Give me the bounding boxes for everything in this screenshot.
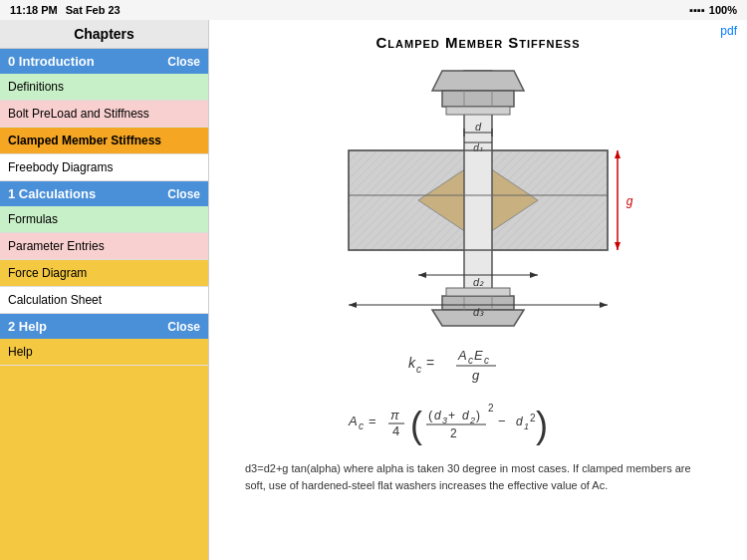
sidebar-footer-space [0, 366, 208, 560]
bolt-diagram-container: d d₁ d₂ d₃ g [229, 61, 727, 330]
svg-text:2: 2 [488, 403, 494, 414]
bolt-diagram-svg: d d₁ d₂ d₃ g [289, 61, 667, 330]
chapter-1-label: 1 Calculations [8, 186, 96, 201]
svg-text:π: π [390, 408, 399, 422]
app-container: Chapters 0 Introduction Close Definition… [0, 20, 747, 560]
sidebar-item-parameter-entries[interactable]: Parameter Entries [0, 233, 208, 260]
svg-text:=: = [426, 355, 434, 371]
svg-text:c: c [484, 355, 489, 366]
svg-text:d₃: d₃ [473, 306, 484, 318]
svg-text:d: d [516, 415, 523, 428]
svg-text:d: d [462, 409, 469, 422]
svg-text:E: E [474, 348, 483, 363]
chapter-1-close[interactable]: Close [167, 187, 200, 201]
sidebar-item-force-diagram[interactable]: Force Diagram [0, 260, 208, 287]
svg-rect-7 [442, 91, 514, 107]
svg-text:c: c [359, 420, 364, 431]
sidebar: Chapters 0 Introduction Close Definition… [0, 20, 209, 560]
chapter-0-close[interactable]: Close [167, 55, 200, 69]
svg-marker-32 [615, 150, 621, 158]
battery-display: 100% [709, 4, 737, 16]
svg-marker-24 [418, 272, 426, 278]
svg-text:d₂: d₂ [473, 276, 484, 288]
page-title: Clamped Member Stiffness [229, 34, 727, 51]
svg-text:A: A [348, 414, 358, 428]
svg-text:d: d [475, 121, 482, 133]
sidebar-item-formulas[interactable]: Formulas [0, 206, 208, 233]
svg-marker-6 [432, 71, 524, 91]
svg-text:−: − [498, 414, 506, 428]
sidebar-header: Chapters [0, 20, 208, 49]
status-right: ▪▪▪▪ 100% [689, 4, 737, 16]
chapter-2-close[interactable]: Close [167, 320, 200, 334]
svg-text:2: 2 [450, 426, 457, 440]
pdf-link[interactable]: pdf [720, 24, 737, 38]
date-display: Sat Feb 23 [66, 4, 121, 16]
time-display: 11:18 PM [10, 4, 58, 16]
svg-text:=: = [369, 414, 376, 428]
svg-text:): ) [476, 409, 480, 422]
sidebar-item-calculation-sheet[interactable]: Calculation Sheet [0, 287, 208, 314]
sidebar-item-help[interactable]: Help [0, 339, 208, 366]
svg-marker-29 [600, 302, 608, 308]
sidebar-item-definitions[interactable]: Definitions [0, 74, 208, 101]
chapter-1-header[interactable]: 1 Calculations Close [0, 181, 208, 206]
signal-icon: ▪▪▪▪ [689, 4, 705, 16]
svg-text:+: + [448, 409, 455, 422]
description-text: d3=d2+g tan(alpha) where alpha is taken … [245, 460, 711, 493]
svg-marker-28 [349, 302, 357, 308]
chapter-2-label: 2 Help [8, 319, 47, 334]
status-left: 11:18 PM Sat Feb 23 [10, 4, 121, 16]
formula-ac-svg: A c = π 4 ( ( d 3 + d 2 ) 2 2 [339, 388, 618, 452]
svg-text:A: A [457, 348, 467, 363]
svg-rect-15 [446, 288, 510, 296]
formula-kc-svg: k c = A c E c g [388, 338, 568, 388]
svg-text:c: c [468, 355, 473, 366]
svg-text:(: ( [428, 408, 433, 422]
svg-text:d: d [434, 409, 441, 422]
svg-text:): ) [536, 405, 548, 445]
formula-section: k c = A c E c g A c = π 4 ( [229, 338, 727, 452]
sidebar-item-clamped-member[interactable]: Clamped Member Stiffness [0, 128, 208, 154]
chapter-0-label: 0 Introduction [8, 54, 95, 69]
chapter-0-header[interactable]: 0 Introduction Close [0, 49, 208, 74]
svg-text:k: k [408, 355, 416, 371]
svg-text:c: c [416, 364, 421, 375]
svg-rect-14 [446, 107, 510, 115]
svg-marker-25 [530, 272, 538, 278]
svg-text:d₁: d₁ [473, 142, 483, 153]
svg-text:4: 4 [392, 423, 399, 438]
svg-text:1: 1 [524, 421, 529, 431]
status-bar: 11:18 PM Sat Feb 23 ▪▪▪▪ 100% [0, 0, 747, 20]
main-content: pdf Clamped Member Stiffness [209, 20, 747, 560]
chapter-2-header[interactable]: 2 Help Close [0, 314, 208, 339]
svg-text:g: g [472, 368, 480, 383]
svg-text:(: ( [410, 405, 422, 445]
svg-text:g: g [626, 194, 633, 208]
sidebar-item-freebody[interactable]: Freebody Diagrams [0, 154, 208, 181]
svg-marker-33 [615, 242, 621, 250]
sidebar-item-bolt-preload[interactable]: Bolt PreLoad and Stiffness [0, 101, 208, 128]
